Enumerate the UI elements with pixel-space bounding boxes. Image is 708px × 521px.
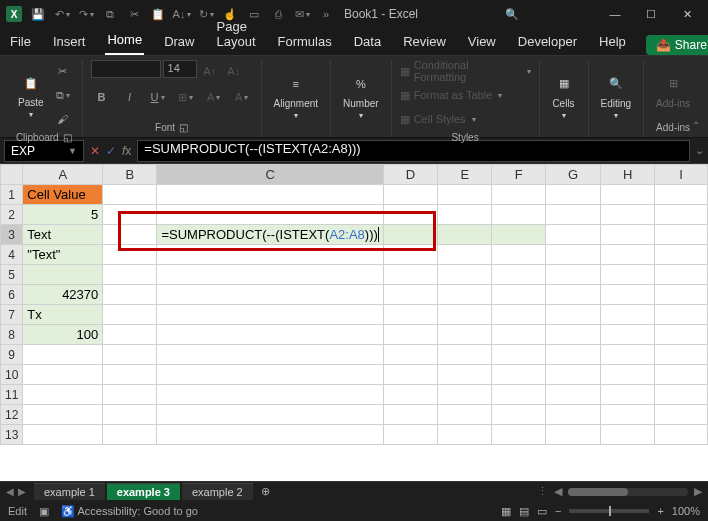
tab-file[interactable]: File xyxy=(8,30,33,55)
cell[interactable] xyxy=(546,425,601,445)
cell[interactable] xyxy=(157,385,383,405)
fx-icon[interactable]: fx xyxy=(122,144,131,158)
cell[interactable] xyxy=(438,185,492,205)
cell[interactable] xyxy=(103,405,157,425)
cut-button[interactable]: ✂ xyxy=(52,60,74,82)
cell[interactable] xyxy=(383,385,437,405)
cell[interactable] xyxy=(600,425,654,445)
cell[interactable] xyxy=(383,225,437,245)
row-header[interactable]: 13 xyxy=(1,425,23,445)
redo-icon[interactable]: ↷ xyxy=(76,4,96,24)
cell[interactable] xyxy=(492,205,546,225)
column-header[interactable]: B xyxy=(103,165,157,185)
cell[interactable] xyxy=(157,365,383,385)
cell[interactable] xyxy=(383,325,437,345)
sheet-tab-2[interactable]: example 3 xyxy=(107,483,180,500)
font-size-select[interactable]: 14 xyxy=(163,60,197,78)
cell[interactable] xyxy=(546,345,601,365)
cell[interactable] xyxy=(600,365,654,385)
sheet-nav-next-icon[interactable]: ▶ xyxy=(18,486,26,497)
column-header[interactable]: A xyxy=(23,165,103,185)
collapse-ribbon-icon[interactable]: ⌃ xyxy=(692,120,700,131)
italic-button[interactable]: I xyxy=(119,86,141,108)
font-family-select[interactable] xyxy=(91,60,161,78)
row-header[interactable]: 12 xyxy=(1,405,23,425)
column-header[interactable]: F xyxy=(492,165,546,185)
cell[interactable] xyxy=(600,325,654,345)
share-button[interactable]: 📤Share▾ xyxy=(646,35,708,55)
cell[interactable] xyxy=(492,225,546,245)
cell[interactable] xyxy=(655,265,708,285)
cell[interactable] xyxy=(546,225,601,245)
cell[interactable] xyxy=(546,245,601,265)
fill-color-button[interactable]: A xyxy=(203,86,225,108)
expand-formula-bar-icon[interactable]: ⌄ xyxy=(690,144,708,157)
cell[interactable] xyxy=(103,185,157,205)
cells-button[interactable]: ▦Cells▾ xyxy=(548,70,580,122)
cell[interactable] xyxy=(492,285,546,305)
cell[interactable] xyxy=(492,425,546,445)
tab-review[interactable]: Review xyxy=(401,30,448,55)
conditional-formatting-button[interactable]: ▦ Conditional Formatting xyxy=(400,60,531,82)
column-header[interactable]: E xyxy=(438,165,492,185)
cell[interactable] xyxy=(655,365,708,385)
cell[interactable] xyxy=(103,305,157,325)
cell[interactable] xyxy=(438,365,492,385)
tab-view[interactable]: View xyxy=(466,30,498,55)
cell[interactable] xyxy=(600,225,654,245)
enter-formula-icon[interactable]: ✓ xyxy=(106,144,116,158)
cell[interactable] xyxy=(600,385,654,405)
cell[interactable] xyxy=(438,425,492,445)
cell[interactable] xyxy=(492,405,546,425)
cell[interactable] xyxy=(492,385,546,405)
increase-font-icon[interactable]: A↑ xyxy=(199,60,221,82)
tab-data[interactable]: Data xyxy=(352,30,383,55)
open-icon[interactable]: ⎙ xyxy=(268,4,288,24)
cell[interactable]: =SUMPRODUCT(--(ISTEXT(A2:A8))) xyxy=(157,225,383,245)
cell[interactable] xyxy=(546,265,601,285)
cell[interactable]: Cell Value xyxy=(23,185,103,205)
cell[interactable] xyxy=(157,405,383,425)
paste-button[interactable]: 📋Paste▾ xyxy=(14,69,48,121)
cell[interactable] xyxy=(438,325,492,345)
macro-record-icon[interactable]: ▣ xyxy=(39,505,49,518)
tab-split-icon[interactable]: ⋮ xyxy=(537,485,548,498)
cell[interactable] xyxy=(157,205,383,225)
cell[interactable] xyxy=(383,365,437,385)
cell-styles-button[interactable]: ▦ Cell Styles xyxy=(400,108,476,130)
cell[interactable] xyxy=(600,245,654,265)
cell[interactable] xyxy=(23,365,103,385)
format-painter-button[interactable]: 🖌 xyxy=(52,108,74,130)
maximize-button[interactable]: ☐ xyxy=(634,2,668,26)
row-header[interactable]: 5 xyxy=(1,265,23,285)
cell[interactable] xyxy=(157,345,383,365)
cell[interactable] xyxy=(383,265,437,285)
row-header[interactable]: 7 xyxy=(1,305,23,325)
cell[interactable] xyxy=(438,405,492,425)
cancel-formula-icon[interactable]: ✕ xyxy=(90,144,100,158)
cell[interactable] xyxy=(383,185,437,205)
cell[interactable] xyxy=(655,185,708,205)
cell[interactable] xyxy=(655,205,708,225)
addins-button[interactable]: ⊞Add-ins xyxy=(652,70,694,111)
cell[interactable] xyxy=(23,345,103,365)
row-header[interactable]: 8 xyxy=(1,325,23,345)
row-header[interactable]: 9 xyxy=(1,345,23,365)
zoom-out-icon[interactable]: − xyxy=(555,505,561,517)
dialog-launcher-icon[interactable]: ◱ xyxy=(179,122,188,133)
cell[interactable]: 42370 xyxy=(23,285,103,305)
cell[interactable] xyxy=(546,185,601,205)
cell[interactable] xyxy=(103,345,157,365)
row-header[interactable]: 1 xyxy=(1,185,23,205)
cell[interactable] xyxy=(103,365,157,385)
minimize-button[interactable]: — xyxy=(598,2,632,26)
email-icon[interactable]: ✉ xyxy=(292,4,312,24)
view-pagebreak-icon[interactable]: ▭ xyxy=(537,505,547,518)
cell[interactable] xyxy=(383,245,437,265)
dialog-launcher-icon[interactable]: ◱ xyxy=(63,132,72,143)
horizontal-scrollbar[interactable] xyxy=(568,488,688,496)
cell[interactable] xyxy=(600,345,654,365)
sort-asc-icon[interactable]: A↓ xyxy=(172,4,192,24)
cell[interactable] xyxy=(103,265,157,285)
zoom-level[interactable]: 100% xyxy=(672,505,700,517)
